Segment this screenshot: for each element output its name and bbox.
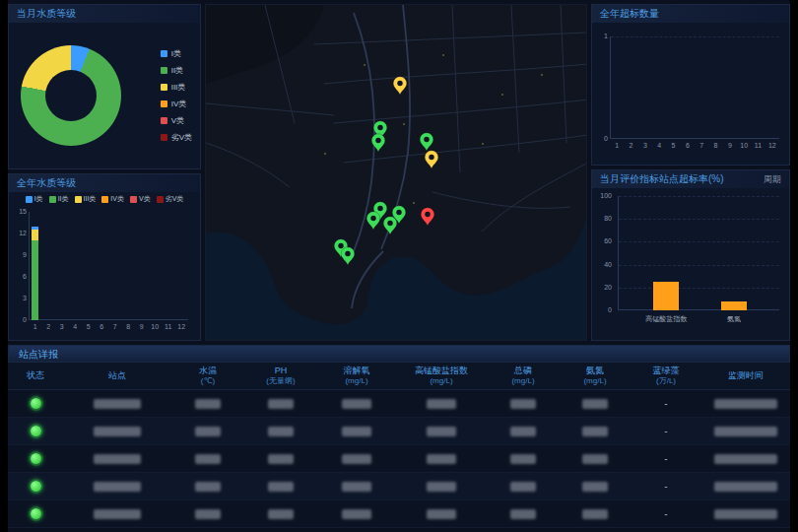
monthly-legend-item[interactable]: I类 xyxy=(161,48,192,59)
cell-codmn xyxy=(396,453,487,464)
table-row[interactable]: - xyxy=(8,500,790,528)
annual-legend-item[interactable]: IV类 xyxy=(101,194,124,204)
legend-label: I类 xyxy=(171,48,181,59)
legend-swatch xyxy=(161,84,167,91)
legend-label: III类 xyxy=(84,194,97,204)
table-row[interactable]: - xyxy=(8,445,790,473)
column-unit: (mg/L) xyxy=(487,376,560,386)
cell-time xyxy=(701,481,790,492)
y-axis-tick: 3 xyxy=(11,295,27,301)
redacted-value xyxy=(427,482,456,492)
annual-legend-item[interactable]: V类 xyxy=(130,194,151,204)
column-label: 状态 xyxy=(27,370,44,380)
station-map[interactable] xyxy=(205,4,587,341)
x-axis-tick: 1 xyxy=(30,323,41,330)
panel-annual-exceedance-title: 全年超标数量 xyxy=(592,5,789,23)
status-indicator xyxy=(31,508,41,519)
gridline xyxy=(619,241,779,242)
redacted-value xyxy=(195,427,221,436)
column-header: 总磷(mg/L) xyxy=(487,366,560,386)
monthly-legend-item[interactable]: V类 xyxy=(161,115,192,126)
monthly-legend-item[interactable]: 劣V类 xyxy=(161,132,192,143)
monthly-grade-legend: I类II类III类IV类V类劣V类 xyxy=(161,48,192,143)
y-axis-tick: 0 xyxy=(11,316,27,323)
status-indicator xyxy=(31,453,41,464)
legend-label: IV类 xyxy=(110,194,124,204)
column-label: 溶解氧 xyxy=(344,366,370,375)
x-axis-tick: 5 xyxy=(668,142,680,149)
annual-legend-item[interactable]: III类 xyxy=(75,194,97,204)
column-unit: (mg/L) xyxy=(396,376,487,386)
gridline xyxy=(619,219,779,220)
cell-ammonia xyxy=(560,508,631,519)
annual-legend-item[interactable]: 劣V类 xyxy=(157,194,184,204)
cell-total-phosphorus xyxy=(487,453,560,464)
x-axis-tick: 12 xyxy=(766,142,778,149)
cell-ph xyxy=(244,481,317,492)
column-header: 溶解氧(mg/L) xyxy=(317,366,396,386)
y-axis-tick: 6 xyxy=(11,273,27,280)
legend-label: III类 xyxy=(171,82,186,93)
y-axis-tick: 0 xyxy=(596,306,612,313)
column-label: 水温 xyxy=(199,366,217,375)
redacted-value xyxy=(342,509,371,519)
stacked-bar-segment xyxy=(32,227,38,231)
annual-exceedance-chart: 01123456789101112 xyxy=(592,23,789,165)
status-indicator xyxy=(31,398,41,409)
indicator-bar xyxy=(653,282,679,310)
table-row[interactable]: - xyxy=(8,418,790,445)
legend-swatch xyxy=(161,67,167,74)
x-axis-tick: 4 xyxy=(69,323,81,330)
dashboard: 当月水质等级 I类II类III类IV类V类劣V类 全年水质等级 I类II类III… xyxy=(8,0,790,532)
legend-label: IV类 xyxy=(171,99,187,109)
table-row[interactable]: - xyxy=(8,473,790,500)
cell-dissolved-oxygen xyxy=(317,508,396,519)
status-indicator xyxy=(31,481,41,492)
x-axis-tick: 6 xyxy=(96,323,107,330)
station-table: 状态站点水温(℃)PH(无量纲)溶解氧(mg/L)高锰酸盐指数(mg/L)总磷(… xyxy=(8,363,790,528)
cell-codmn xyxy=(396,398,487,409)
annual-legend-item[interactable]: I类 xyxy=(26,194,43,204)
column-label: 高锰酸盐指数 xyxy=(415,366,468,375)
annual-legend-item[interactable]: II类 xyxy=(49,194,69,204)
cell-time xyxy=(701,426,790,436)
column-label: 站点 xyxy=(108,370,126,380)
column-header: 蓝绿藻(万/L) xyxy=(631,366,701,386)
legend-label: 劣V类 xyxy=(166,194,184,204)
table-row[interactable]: - xyxy=(8,390,790,418)
cell-ph xyxy=(244,453,317,464)
cell-codmn xyxy=(396,508,487,519)
redacted-value xyxy=(342,482,371,492)
redacted-value xyxy=(510,454,536,464)
panel-monthly-indicator-title: 当月评价指标站点超标率(%) 周期 xyxy=(592,170,789,188)
column-header: 高锰酸盐指数(mg/L) xyxy=(396,366,487,386)
redacted-value xyxy=(714,509,777,519)
y-axis-tick: 80 xyxy=(596,215,612,222)
cell-ph xyxy=(244,426,317,436)
annual-grade-bar-chart: 03691215123456789101112 xyxy=(9,206,200,340)
panel-title-text: 当月水质等级 xyxy=(17,5,76,23)
x-axis-tick: 11 xyxy=(163,323,174,330)
cell-algae: - xyxy=(631,482,701,492)
monthly-legend-item[interactable]: IV类 xyxy=(161,99,192,109)
cell-total-phosphorus xyxy=(487,398,560,409)
redacted-value xyxy=(268,427,294,436)
monthly-legend-item[interactable]: III类 xyxy=(161,82,192,93)
cell-total-phosphorus xyxy=(487,481,560,492)
x-axis-tick: 11 xyxy=(753,142,765,149)
redacted-value xyxy=(427,427,456,436)
gridline xyxy=(619,196,779,197)
cell-ammonia xyxy=(560,398,631,409)
column-unit: (mg/L) xyxy=(317,376,396,386)
redacted-value xyxy=(582,427,608,436)
redacted-value xyxy=(94,509,141,519)
legend-swatch xyxy=(49,196,56,203)
panel-annual-grade: 全年水质等级 I类II类III类IV类V类劣V类 036912151234567… xyxy=(8,173,201,341)
cell-status xyxy=(8,481,63,492)
cell-station xyxy=(63,426,171,436)
column-unit: (mg/L) xyxy=(560,376,631,386)
legend-label: II类 xyxy=(171,65,183,76)
column-header: 状态 xyxy=(8,370,63,381)
monthly-legend-item[interactable]: II类 xyxy=(161,65,192,76)
column-header: 氨氮(mg/L) xyxy=(560,366,631,386)
